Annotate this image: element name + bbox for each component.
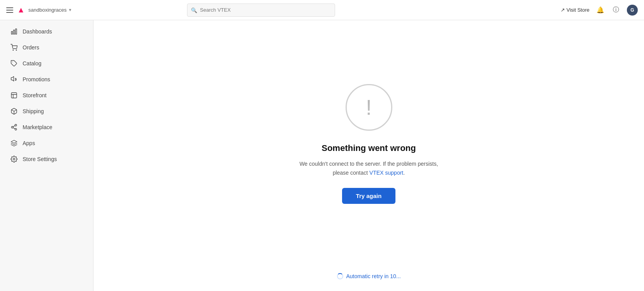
sidebar-item-store-settings[interactable]: Store Settings [2, 151, 91, 167]
store-name-label: sandboxingraces [28, 7, 67, 13]
sidebar-item-store-settings-label: Store Settings [23, 156, 57, 162]
svg-line-11 [13, 128, 15, 129]
main-content: ! Something went wrong We couldn't conne… [94, 20, 644, 291]
search-input[interactable] [187, 4, 335, 17]
hamburger-menu-button[interactable] [6, 7, 13, 13]
sidebar-item-promotions[interactable]: Promotions [2, 72, 91, 87]
svg-rect-0 [11, 32, 12, 34]
topbar-left: ▲ sandboxingraces ▼ [6, 5, 72, 14]
svg-rect-6 [11, 93, 17, 98]
shopping-cart-icon [10, 44, 18, 51]
error-icon: ! [346, 84, 392, 131]
visit-store-label: Visit Store [566, 7, 589, 13]
store-name[interactable]: sandboxingraces ▼ [28, 7, 72, 13]
sidebar-item-catalog[interactable]: Catalog [2, 56, 91, 71]
retry-status: Automatic retry in 10... [337, 273, 401, 279]
external-link-icon: ↗ [561, 7, 565, 13]
svg-point-14 [13, 158, 15, 160]
visit-store-link[interactable]: ↗ Visit Store [561, 7, 589, 13]
sidebar-item-apps-label: Apps [23, 140, 35, 146]
sidebar-item-dashboards[interactable]: Dashboards [2, 24, 91, 39]
topbar-right: ↗ Visit Store 🔔 ⓘ G [561, 5, 638, 16]
layout-icon [10, 91, 18, 99]
sidebar-item-shipping-label: Shipping [23, 108, 44, 114]
tag-icon [10, 60, 18, 67]
share-icon [10, 123, 18, 131]
avatar[interactable]: G [627, 5, 638, 16]
spinner-icon [337, 273, 343, 279]
main-layout: Dashboards Orders Catalog Promotions [0, 20, 644, 291]
bar-chart-icon [10, 28, 18, 35]
search-bar: 🔍 [187, 4, 335, 17]
sidebar: Dashboards Orders Catalog Promotions [0, 20, 94, 291]
sidebar-item-storefront[interactable]: Storefront [2, 88, 91, 103]
sidebar-item-storefront-label: Storefront [23, 92, 46, 98]
try-again-button[interactable]: Try again [342, 188, 396, 204]
megaphone-icon [10, 75, 18, 83]
svg-rect-1 [14, 30, 15, 34]
search-icon: 🔍 [191, 7, 197, 13]
sidebar-item-orders[interactable]: Orders [2, 40, 91, 55]
svg-marker-13 [11, 140, 17, 144]
help-icon[interactable]: ⓘ [611, 5, 621, 15]
sidebar-item-promotions-label: Promotions [23, 76, 50, 82]
sidebar-item-dashboards-label: Dashboards [23, 28, 52, 35]
error-title: Something went wrong [322, 143, 416, 153]
svg-point-4 [16, 50, 17, 51]
error-container: ! Something went wrong We couldn't conne… [295, 84, 443, 227]
sidebar-item-catalog-label: Catalog [23, 60, 41, 67]
layers-icon [10, 139, 18, 147]
sidebar-item-marketplace[interactable]: Marketplace [2, 119, 91, 135]
sidebar-item-marketplace-label: Marketplace [23, 124, 52, 130]
sidebar-item-shipping[interactable]: Shipping [2, 103, 91, 119]
svg-rect-2 [16, 29, 17, 34]
sidebar-item-apps[interactable]: Apps [2, 135, 91, 151]
retry-text: Automatic retry in 10... [346, 273, 401, 279]
sidebar-item-orders-label: Orders [23, 44, 39, 51]
svg-line-12 [13, 126, 15, 127]
box-icon [10, 107, 18, 115]
topbar: ▲ sandboxingraces ▼ 🔍 ↗ Visit Store 🔔 ⓘ … [0, 0, 644, 20]
error-description: We couldn't connect to the server. If th… [295, 160, 443, 177]
settings-icon [10, 155, 18, 163]
chevron-down-icon: ▼ [68, 8, 72, 12]
svg-point-3 [13, 50, 14, 51]
vtex-logo: ▲ [17, 5, 25, 14]
notifications-icon[interactable]: 🔔 [596, 5, 605, 15]
vtex-support-link[interactable]: VTEX support [369, 170, 403, 176]
